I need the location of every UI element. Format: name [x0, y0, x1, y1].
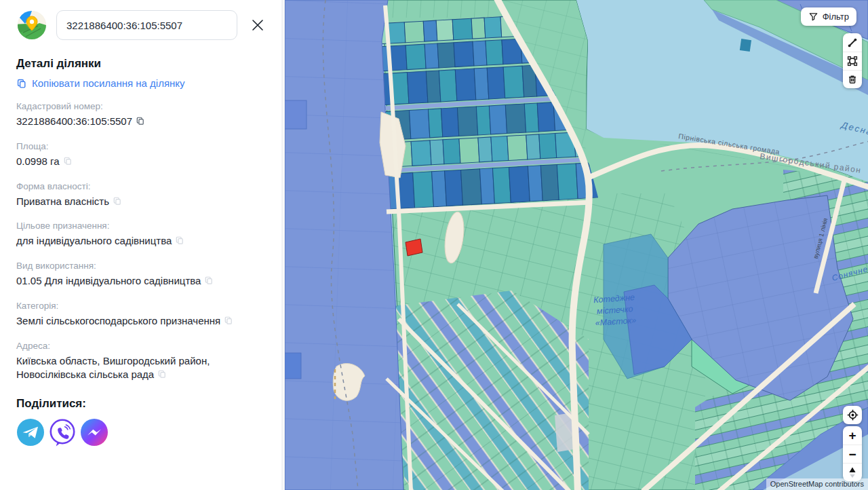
field-label: Вид використання: [16, 261, 269, 271]
share-title: Поділитися: [16, 397, 269, 411]
panel-header [16, 10, 269, 41]
field-value: Землі сільськогосподарського призначення [16, 315, 220, 326]
share-buttons [16, 418, 269, 447]
field-area: Площа: 0.0998 га [16, 141, 269, 170]
telegram-icon[interactable] [16, 418, 45, 447]
field-value: 0.0998 га [16, 155, 60, 167]
field-ownership: Форма власності: Приватна власність [16, 181, 269, 210]
map-attribution[interactable]: OpenStreetMap contributors [766, 478, 868, 490]
details-panel: Деталі ділянки Копіювати посилання на ді… [0, 0, 285, 490]
filter-button[interactable]: Фільтр [801, 7, 856, 26]
copy-icon[interactable] [204, 276, 214, 289]
zoom-out-button[interactable]: − [843, 445, 862, 463]
field-use-type: Вид використання: 01.05 Для індивідуальн… [16, 261, 269, 289]
field-value: Київська область, Вишгородський район, Н… [16, 355, 210, 380]
field-category: Категорія: Землі сільськогосподарського … [16, 301, 269, 329]
map-viewport[interactable]: Десна Вишгородський район Пірнівська сіл… [285, 0, 868, 490]
field-value: для індивідуального садівництва [16, 235, 172, 246]
copy-icon[interactable] [136, 116, 145, 130]
zoom-controls: + − [843, 426, 862, 481]
close-panel-button[interactable] [246, 14, 269, 37]
messenger-icon[interactable] [80, 418, 108, 447]
field-value: 3221886400:36:105:5507 [16, 115, 132, 127]
copy-icon[interactable] [224, 316, 233, 329]
cadastral-map-app: Десна Вишгородський район Пірнівська сіл… [0, 0, 868, 490]
field-label: Кадастровий номер: [16, 101, 269, 111]
field-purpose: Цільове призначення: для індивідуального… [16, 221, 269, 249]
panel-scrollbar[interactable] [281, 0, 283, 490]
copy-icon[interactable] [113, 196, 122, 210]
trash-icon [847, 74, 858, 85]
field-cadastre-number: Кадастровий номер: 3221886400:36:105:550… [16, 101, 269, 130]
filter-funnel-icon [808, 12, 818, 22]
polygon-draw-icon [847, 56, 858, 67]
draw-polygon-button[interactable] [843, 52, 862, 70]
close-icon [250, 18, 265, 33]
field-value: 01.05 Для індивідуального садівництва [16, 275, 201, 286]
copy-icon [16, 78, 27, 90]
copy-icon[interactable] [157, 369, 167, 383]
search-input[interactable] [56, 10, 237, 40]
selected-parcel[interactable] [406, 239, 422, 256]
geolocate-button[interactable] [843, 406, 862, 424]
field-value: Приватна власність [16, 195, 109, 207]
zoom-in-button[interactable]: + [843, 426, 862, 445]
field-label: Площа: [16, 141, 269, 151]
pitch-toggle-icon [847, 465, 858, 480]
panel-title: Деталі ділянки [16, 57, 269, 71]
map-tools [843, 33, 862, 88]
delete-button[interactable] [843, 70, 862, 88]
filter-button-label: Фільтр [823, 12, 849, 22]
copy-icon[interactable] [63, 156, 73, 170]
map-logo[interactable] [16, 10, 47, 41]
viber-icon[interactable] [48, 418, 77, 447]
measure-button[interactable] [843, 33, 862, 52]
field-label: Форма власності: [16, 181, 269, 191]
field-address: Адреса: Київська область, Вишгородський … [16, 341, 269, 383]
map-canvas[interactable]: Десна Вишгородський район Пірнівська сіл… [285, 0, 868, 490]
field-label: Адреса: [16, 341, 269, 351]
ruler-icon [847, 37, 858, 48]
parcel-grid-top [381, 0, 509, 18]
geolocate-icon [847, 409, 859, 421]
copy-icon[interactable] [175, 235, 184, 249]
field-label: Категорія: [16, 301, 269, 311]
copy-parcel-link[interactable]: Копіювати посилання на ділянку [16, 77, 269, 90]
copy-parcel-link-label: Копіювати посилання на ділянку [32, 77, 185, 89]
field-label: Цільове призначення: [16, 221, 269, 231]
